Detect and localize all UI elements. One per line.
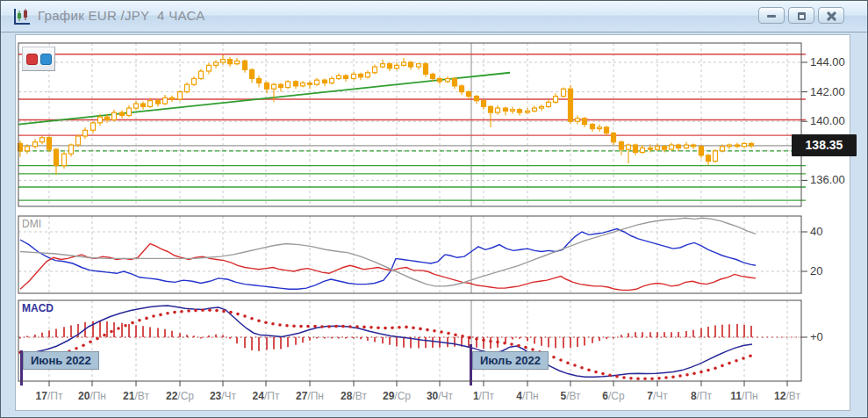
date-label: 1/Пт	[473, 390, 494, 402]
month-label: Июль 2022	[472, 351, 549, 370]
date-number: 12	[774, 390, 786, 402]
date-label: 29/Ср	[383, 390, 411, 402]
price-label: 142.00	[810, 85, 856, 99]
date-number: 8	[691, 390, 697, 402]
date-number: 17	[36, 390, 47, 402]
date-number: 23	[210, 390, 221, 402]
date-weekday: /Чт	[653, 390, 668, 402]
titlebar: График EUR /JPY 4 ЧАСА	[1, 1, 867, 32]
close-button[interactable]	[818, 7, 844, 24]
date-label: 12/Вт	[774, 390, 800, 402]
date-weekday: /Вт	[134, 390, 148, 402]
month-label: Июнь 2022	[23, 351, 99, 370]
date-label: 30/Чт	[427, 390, 453, 402]
date-label: 17/Пт	[36, 390, 63, 402]
style-button-blue-style[interactable]	[40, 54, 52, 65]
date-label: 21/Вт	[123, 390, 149, 402]
price-label: 140.00	[810, 114, 856, 128]
macd-indicator-label: MACD	[22, 302, 54, 314]
date-number: 22	[166, 390, 177, 402]
date-number: 5	[560, 390, 566, 402]
date-weekday: /Пн	[307, 390, 324, 402]
current-price-badge: 138.35	[792, 134, 857, 156]
date-weekday: /Пт	[264, 390, 279, 402]
price-label: 136.00	[810, 173, 856, 187]
date-number: 4	[516, 390, 522, 402]
date-weekday: /Ср	[608, 390, 625, 402]
window-controls	[758, 7, 844, 24]
chart-style-legend	[22, 47, 55, 71]
date-number: 7	[647, 390, 653, 402]
restore-icon	[798, 12, 806, 20]
date-weekday: /Пт	[479, 390, 494, 402]
dmi-axis-label: 40	[810, 225, 856, 239]
date-number: 27	[296, 390, 307, 402]
chart-window: График EUR /JPY 4 ЧАСА DMI MACD 144.0014…	[0, 0, 868, 418]
date-label: 5/Вт	[560, 390, 580, 402]
macd-axis-label: +0	[810, 330, 856, 344]
date-weekday: /Пт	[47, 390, 62, 402]
date-weekday: /Чт	[221, 390, 236, 402]
date-weekday: /Вт	[352, 390, 366, 402]
price-label: 144.00	[810, 55, 856, 69]
date-label: 6/Ср	[602, 390, 624, 402]
date-number: 28	[341, 390, 352, 402]
date-weekday: /Ср	[394, 390, 411, 402]
date-label: 28/Вт	[341, 390, 367, 402]
restore-button[interactable]	[788, 7, 814, 24]
date-weekday: /Пн	[90, 390, 106, 402]
date-label: 20/Пн	[78, 390, 106, 402]
date-number: 6	[602, 390, 608, 402]
date-number: 21	[123, 390, 134, 402]
date-weekday: /Вт	[786, 390, 800, 402]
date-weekday: /Вт	[566, 390, 580, 402]
minimize-icon	[767, 15, 776, 18]
minimize-button[interactable]	[758, 7, 785, 24]
window-title: График EUR /JPY 4 ЧАСА	[38, 8, 205, 23]
date-number: 29	[383, 390, 394, 402]
date-number: 20	[78, 390, 90, 402]
date-number: 30	[427, 390, 438, 402]
style-button-red-style[interactable]	[26, 54, 38, 65]
date-weekday: /Чт	[438, 390, 453, 402]
date-label: 11/Пн	[730, 390, 757, 402]
date-label: 23/Чт	[210, 390, 236, 402]
date-weekday: /Пн	[522, 390, 539, 402]
date-label: 8/Пт	[691, 390, 712, 402]
date-number: 11	[730, 390, 742, 402]
date-weekday: /Ср	[177, 390, 194, 402]
date-label: 4/Пн	[516, 390, 538, 402]
date-label: 22/Ср	[166, 390, 194, 402]
date-weekday: /Пт	[697, 390, 712, 402]
chart-surface	[15, 34, 850, 411]
candlestick-chart-icon	[12, 7, 32, 26]
dmi-axis-label: 20	[810, 264, 856, 278]
date-label: 24/Пт	[253, 390, 280, 402]
date-number: 1	[473, 390, 479, 402]
date-label: 27/Пн	[296, 390, 324, 402]
date-weekday: /Пн	[742, 390, 758, 402]
dmi-indicator-label: DMI	[22, 218, 41, 230]
date-number: 24	[253, 390, 264, 402]
date-label: 7/Чт	[647, 390, 668, 402]
